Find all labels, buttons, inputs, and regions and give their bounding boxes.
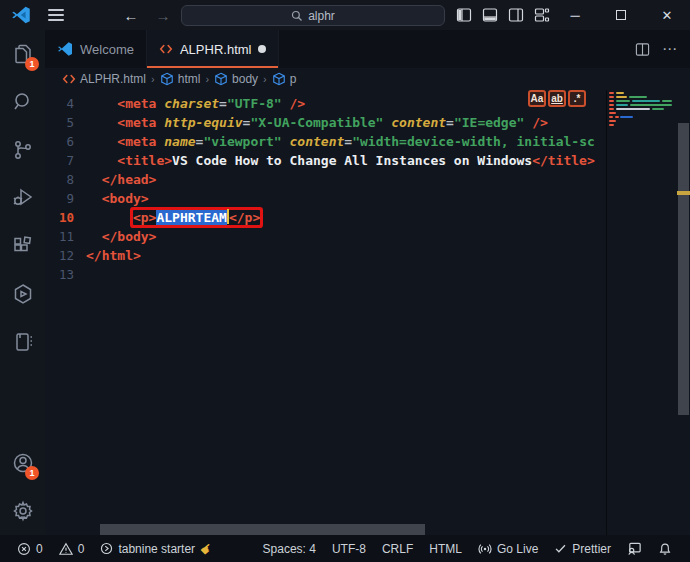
tabnine-icon: [100, 542, 113, 555]
more-actions-icon[interactable]: ⋯: [662, 40, 678, 58]
status-encoding[interactable]: UTF-8: [324, 535, 374, 562]
code-line-10[interactable]: 10 <p>ALPHRTEAM</p>: [45, 208, 604, 227]
split-editor-icon[interactable]: [635, 42, 650, 57]
line-number: 5: [45, 113, 86, 132]
line-number: 12: [45, 246, 86, 265]
find-option-label: .*: [574, 93, 581, 104]
code-line-8[interactable]: 8 </head>: [45, 170, 604, 189]
breadcrumb-separator: ›: [151, 73, 155, 85]
code-editor[interactable]: 3 <head>4 <meta charset="UTF-8" />5 <met…: [45, 90, 604, 535]
line-number: 4: [45, 94, 86, 113]
check-icon: [554, 542, 567, 555]
breadcrumb-label: html: [178, 72, 201, 86]
menu-icon[interactable]: [48, 9, 64, 21]
maximize-button[interactable]: [598, 0, 644, 30]
tab-welcome[interactable]: Welcome: [45, 30, 147, 68]
code-line-12[interactable]: 12</html>: [45, 246, 604, 265]
code-line-7[interactable]: 7 <title>VS Code How to Change All Insta…: [45, 151, 604, 170]
code-line-11[interactable]: 11 </body>: [45, 227, 604, 246]
breadcrumb-item-alphr-html[interactable]: ALPHR.html: [62, 72, 146, 86]
line-number: 13: [45, 265, 86, 284]
code-line-13[interactable]: 13: [45, 265, 604, 284]
find-options: Aaab.*: [528, 90, 586, 107]
vertical-scrollbar-slider[interactable]: [678, 123, 689, 415]
code-text: </head>: [86, 170, 156, 189]
code-text: <meta http-equiv="X-UA-Compatible" conte…: [86, 113, 548, 132]
find-option-label: Aa: [531, 93, 544, 104]
activity-bar-run-debug[interactable]: [0, 174, 45, 222]
status-tabnine[interactable]: tabnine starter☛: [92, 535, 220, 562]
line-number: 10: [45, 208, 86, 227]
status-go-live[interactable]: Go Live: [470, 535, 546, 562]
activity-bar-extensions[interactable]: [0, 222, 45, 270]
forward-button[interactable]: →: [154, 7, 172, 24]
status-notifications[interactable]: [650, 535, 680, 562]
back-button[interactable]: ←: [122, 7, 140, 24]
activity-badge: 1: [25, 57, 39, 71]
hexagon-icon: [11, 282, 35, 306]
code-line-5[interactable]: 5 <meta http-equiv="X-UA-Compatible" con…: [45, 113, 604, 132]
minimap-code-segment: [609, 104, 614, 106]
symbol-cube-icon: [214, 72, 228, 86]
find-regex-button[interactable]: .*: [568, 90, 586, 107]
code-line-6[interactable]: 6 <meta name="viewport" content="width=d…: [45, 132, 604, 151]
horizontal-scrollbar[interactable]: [45, 524, 604, 535]
customize-layout-icon[interactable]: [534, 7, 550, 23]
toggle-panel-icon[interactable]: [482, 7, 498, 23]
toggle-sidebar-icon[interactable]: [456, 7, 472, 23]
breadcrumb-item-body[interactable]: body: [214, 72, 258, 86]
tab-alphr-html[interactable]: ALPHR.html: [147, 30, 280, 68]
minimap-code-segment: [609, 108, 614, 110]
code-text: <p>ALPHRTEAM</p>: [86, 208, 260, 227]
minimize-button[interactable]: ─: [552, 0, 598, 30]
toggle-secondary-sidebar-icon[interactable]: [508, 7, 524, 23]
breadcrumb-label: p: [290, 72, 297, 86]
red-annotation-box: <p>ALPHRTEAM</p>: [133, 210, 260, 225]
code-line-9[interactable]: 9 <body>: [45, 189, 604, 208]
command-center-search[interactable]: alphr: [181, 5, 445, 26]
status-feedback[interactable]: [619, 535, 650, 562]
vertical-scrollbar[interactable]: [677, 90, 690, 535]
status-label: tabnine starter: [118, 542, 195, 556]
debug-icon: [11, 186, 35, 210]
code-line-4[interactable]: 4 <meta charset="UTF-8" />: [45, 94, 604, 113]
broadcast-icon: [478, 542, 492, 556]
vscode-window: ← → alphr ─ ✕ 11 WelcomeALPHR.html ⋯: [0, 0, 690, 562]
activity-bar-notebook-extension[interactable]: [0, 318, 45, 366]
minimap-code-segment: [629, 96, 647, 98]
minimap[interactable]: [606, 90, 677, 535]
minimap-code-segment: [616, 96, 627, 98]
activity-bar-explorer[interactable]: 1: [0, 30, 45, 78]
activity-bar-source-control[interactable]: [0, 126, 45, 174]
activity-bar-settings[interactable]: [0, 487, 45, 535]
modified-indicator[interactable]: [258, 45, 266, 53]
activity-bar-accounts[interactable]: 1: [0, 439, 45, 487]
status-prettier[interactable]: Prettier: [546, 535, 619, 562]
breadcrumb-item-html[interactable]: html: [160, 72, 201, 86]
status-warnings[interactable]: 0: [51, 535, 93, 562]
line-number: 6: [45, 132, 86, 151]
minimap-code-segment: [609, 112, 616, 114]
breadcrumb-item-p[interactable]: p: [272, 72, 297, 86]
status-language-mode[interactable]: HTML: [421, 535, 470, 562]
find-whole-word-button[interactable]: ab: [548, 90, 566, 107]
source-control-icon: [11, 138, 35, 162]
close-button[interactable]: ✕: [644, 0, 690, 30]
minimap-code-segment: [632, 100, 660, 102]
code-text: </body>: [86, 227, 156, 246]
horizontal-scrollbar-slider[interactable]: [100, 524, 425, 535]
activity-bar-search[interactable]: [0, 78, 45, 126]
line-number: 8: [45, 170, 86, 189]
line-number: 7: [45, 151, 86, 170]
code-text: <title>VS Code How to Change All Instanc…: [86, 151, 595, 170]
find-option-label: ab: [551, 93, 563, 104]
minimap-code-segment: [616, 100, 630, 102]
vscode-icon: [57, 41, 73, 57]
status-errors[interactable]: 0: [9, 535, 51, 562]
status-eol[interactable]: CRLF: [374, 535, 421, 562]
symbol-cube-icon: [272, 72, 286, 86]
status-indentation[interactable]: Spaces: 4: [255, 535, 324, 562]
minimap-code-segment: [615, 116, 619, 118]
find-match-case-button[interactable]: Aa: [528, 90, 546, 107]
activity-bar-hexagon-extension[interactable]: [0, 270, 45, 318]
